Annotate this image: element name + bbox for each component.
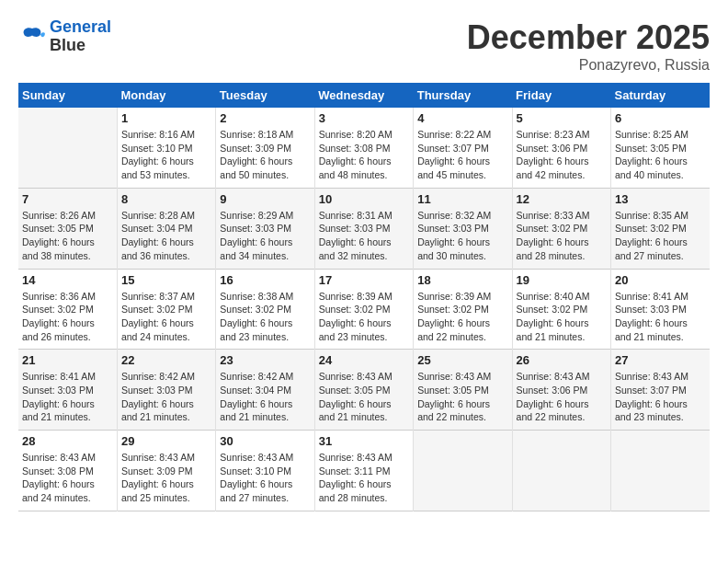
header: General Blue December 2025 Ponazyrevo, R… [18, 18, 710, 74]
day-number: 5 [517, 111, 607, 125]
calendar-cell: 28Sunrise: 8:43 AM Sunset: 3:08 PM Dayli… [18, 431, 117, 511]
calendar-cell: 13Sunrise: 8:35 AM Sunset: 3:02 PM Dayli… [611, 188, 710, 269]
logo-icon [18, 23, 46, 51]
calendar-cell: 23Sunrise: 8:42 AM Sunset: 3:04 PM Dayli… [216, 350, 314, 431]
day-number: 9 [220, 192, 310, 206]
day-info: Sunrise: 8:33 AM Sunset: 3:02 PM Dayligh… [517, 209, 607, 263]
calendar-cell [18, 108, 117, 188]
day-info: Sunrise: 8:42 AM Sunset: 3:04 PM Dayligh… [220, 370, 310, 424]
day-number: 7 [22, 192, 113, 206]
day-info: Sunrise: 8:32 AM Sunset: 3:03 PM Dayligh… [417, 209, 507, 263]
day-number: 11 [417, 192, 507, 206]
day-info: Sunrise: 8:43 AM Sunset: 3:09 PM Dayligh… [121, 451, 211, 505]
day-number: 18 [417, 273, 507, 287]
day-info: Sunrise: 8:16 AM Sunset: 3:10 PM Dayligh… [121, 128, 211, 182]
calendar-cell: 21Sunrise: 8:41 AM Sunset: 3:03 PM Dayli… [18, 350, 117, 431]
day-number: 21 [22, 353, 113, 367]
day-number: 14 [22, 273, 113, 287]
day-info: Sunrise: 8:39 AM Sunset: 3:02 PM Dayligh… [417, 290, 507, 344]
location: Ponazyrevo, Russia [467, 57, 710, 74]
day-number: 12 [517, 192, 607, 206]
day-info: Sunrise: 8:25 AM Sunset: 3:05 PM Dayligh… [615, 128, 706, 182]
day-number: 28 [22, 434, 113, 448]
day-info: Sunrise: 8:23 AM Sunset: 3:06 PM Dayligh… [517, 128, 607, 182]
day-number: 20 [615, 273, 706, 287]
day-info: Sunrise: 8:38 AM Sunset: 3:02 PM Dayligh… [220, 290, 310, 344]
day-number: 6 [615, 111, 706, 125]
day-info: Sunrise: 8:40 AM Sunset: 3:02 PM Dayligh… [517, 290, 607, 344]
day-info: Sunrise: 8:39 AM Sunset: 3:02 PM Dayligh… [319, 290, 409, 344]
day-number: 1 [121, 111, 211, 125]
day-info: Sunrise: 8:43 AM Sunset: 3:10 PM Dayligh… [220, 451, 310, 505]
calendar-cell: 16Sunrise: 8:38 AM Sunset: 3:02 PM Dayli… [216, 269, 314, 350]
day-info: Sunrise: 8:20 AM Sunset: 3:08 PM Dayligh… [319, 128, 409, 182]
calendar-cell: 8Sunrise: 8:28 AM Sunset: 3:04 PM Daylig… [117, 188, 215, 269]
logo-line1: General [50, 17, 111, 36]
week-row-4: 21Sunrise: 8:41 AM Sunset: 3:03 PM Dayli… [18, 350, 710, 431]
day-number: 29 [121, 434, 211, 448]
day-info: Sunrise: 8:22 AM Sunset: 3:07 PM Dayligh… [417, 128, 507, 182]
day-info: Sunrise: 8:26 AM Sunset: 3:05 PM Dayligh… [22, 209, 113, 263]
calendar-cell: 2Sunrise: 8:18 AM Sunset: 3:09 PM Daylig… [216, 108, 314, 188]
day-header-sunday: Sunday [18, 83, 117, 108]
day-info: Sunrise: 8:42 AM Sunset: 3:03 PM Dayligh… [121, 370, 211, 424]
calendar-cell [512, 431, 610, 511]
calendar-cell: 31Sunrise: 8:43 AM Sunset: 3:11 PM Dayli… [314, 431, 413, 511]
day-number: 8 [121, 192, 211, 206]
calendar-cell: 27Sunrise: 8:43 AM Sunset: 3:07 PM Dayli… [611, 350, 710, 431]
calendar-cell: 25Sunrise: 8:43 AM Sunset: 3:05 PM Dayli… [414, 350, 512, 431]
day-header-wednesday: Wednesday [314, 83, 413, 108]
day-number: 4 [417, 111, 507, 125]
calendar-cell: 1Sunrise: 8:16 AM Sunset: 3:10 PM Daylig… [117, 108, 215, 188]
week-row-5: 28Sunrise: 8:43 AM Sunset: 3:08 PM Dayli… [18, 431, 710, 511]
day-header-tuesday: Tuesday [216, 83, 314, 108]
day-info: Sunrise: 8:43 AM Sunset: 3:05 PM Dayligh… [319, 370, 409, 424]
calendar-cell: 5Sunrise: 8:23 AM Sunset: 3:06 PM Daylig… [512, 108, 610, 188]
calendar-table: SundayMondayTuesdayWednesdayThursdayFrid… [18, 83, 710, 511]
day-header-saturday: Saturday [611, 83, 710, 108]
logo: General Blue [18, 18, 111, 55]
day-info: Sunrise: 8:29 AM Sunset: 3:03 PM Dayligh… [220, 209, 310, 263]
day-info: Sunrise: 8:35 AM Sunset: 3:02 PM Dayligh… [615, 209, 706, 263]
calendar-cell: 10Sunrise: 8:31 AM Sunset: 3:03 PM Dayli… [314, 188, 413, 269]
day-info: Sunrise: 8:28 AM Sunset: 3:04 PM Dayligh… [121, 209, 211, 263]
calendar-cell: 20Sunrise: 8:41 AM Sunset: 3:03 PM Dayli… [611, 269, 710, 350]
day-number: 13 [615, 192, 706, 206]
logo-text: General Blue [50, 18, 111, 55]
day-info: Sunrise: 8:41 AM Sunset: 3:03 PM Dayligh… [22, 370, 113, 424]
day-info: Sunrise: 8:18 AM Sunset: 3:09 PM Dayligh… [220, 128, 310, 182]
day-number: 31 [319, 434, 409, 448]
day-number: 2 [220, 111, 310, 125]
day-header-monday: Monday [117, 83, 215, 108]
calendar-cell: 7Sunrise: 8:26 AM Sunset: 3:05 PM Daylig… [18, 188, 117, 269]
day-number: 3 [319, 111, 409, 125]
day-number: 22 [121, 353, 211, 367]
calendar-cell: 24Sunrise: 8:43 AM Sunset: 3:05 PM Dayli… [314, 350, 413, 431]
calendar-cell: 6Sunrise: 8:25 AM Sunset: 3:05 PM Daylig… [611, 108, 710, 188]
logo-line2: Blue [50, 37, 111, 55]
calendar-cell: 12Sunrise: 8:33 AM Sunset: 3:02 PM Dayli… [512, 188, 610, 269]
day-info: Sunrise: 8:37 AM Sunset: 3:02 PM Dayligh… [121, 290, 211, 344]
calendar-cell: 3Sunrise: 8:20 AM Sunset: 3:08 PM Daylig… [314, 108, 413, 188]
day-number: 23 [220, 353, 310, 367]
week-row-1: 1Sunrise: 8:16 AM Sunset: 3:10 PM Daylig… [18, 108, 710, 188]
day-number: 17 [319, 273, 409, 287]
calendar-cell [611, 431, 710, 511]
day-header-thursday: Thursday [414, 83, 512, 108]
day-info: Sunrise: 8:36 AM Sunset: 3:02 PM Dayligh… [22, 290, 113, 344]
day-number: 30 [220, 434, 310, 448]
day-number: 25 [417, 353, 507, 367]
calendar-cell: 26Sunrise: 8:43 AM Sunset: 3:06 PM Dayli… [512, 350, 610, 431]
day-number: 16 [220, 273, 310, 287]
calendar-cell: 14Sunrise: 8:36 AM Sunset: 3:02 PM Dayli… [18, 269, 117, 350]
header-row: SundayMondayTuesdayWednesdayThursdayFrid… [18, 83, 710, 108]
day-number: 19 [517, 273, 607, 287]
day-info: Sunrise: 8:43 AM Sunset: 3:05 PM Dayligh… [417, 370, 507, 424]
calendar-cell: 19Sunrise: 8:40 AM Sunset: 3:02 PM Dayli… [512, 269, 610, 350]
calendar-cell: 22Sunrise: 8:42 AM Sunset: 3:03 PM Dayli… [117, 350, 215, 431]
calendar-cell: 30Sunrise: 8:43 AM Sunset: 3:10 PM Dayli… [216, 431, 314, 511]
day-info: Sunrise: 8:43 AM Sunset: 3:07 PM Dayligh… [615, 370, 706, 424]
day-info: Sunrise: 8:43 AM Sunset: 3:08 PM Dayligh… [22, 451, 113, 505]
day-info: Sunrise: 8:43 AM Sunset: 3:11 PM Dayligh… [319, 451, 409, 505]
month-title: December 2025 [467, 18, 710, 57]
